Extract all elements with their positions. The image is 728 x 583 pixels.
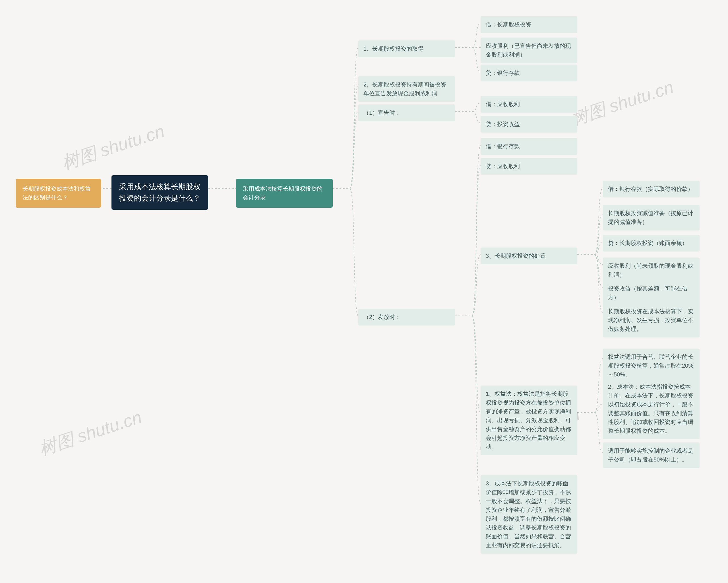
node-left-question[interactable]: 长期股权投资成本法和权益法的区别是什么？ (16, 179, 101, 208)
node-text: 长期股权投资减值准备（按原已计提的减值准备） (608, 209, 695, 227)
node-root[interactable]: 采用成本法核算长期股权投资的会计分录是什么？ (111, 175, 208, 210)
node-n6b[interactable]: 2、成本法：成本法指投资按成本计价。在成本法下，长期股权投资以初始投资成本进行计… (603, 378, 700, 439)
node-text: 借：银行存款（实际取得的价款） (608, 185, 695, 194)
node-text: 应收股利（已宣告但尚未发放的现金股利或利润） (486, 42, 572, 59)
node-text: （1）宣告时： (363, 108, 450, 117)
node-text: 权益法适用于合营、联营企业的长期股权投资核算，通常占股在20%～50%。 (608, 353, 695, 379)
node-text: 采用成本法核算长期股权投资的会计分录是什么？ (118, 181, 201, 204)
node-text: 贷：长期股权投资（账面余额） (608, 239, 695, 248)
node-n2[interactable]: 2、长期股权投资持有期间被投资单位宣告发放现金股利或利润 (358, 76, 455, 102)
watermark: 树图 shutu.cn (58, 119, 167, 175)
node-text: 1、权益法：权益法是指将长期股权投资视为投资方在被投资单位拥有的净资产量，被投资… (486, 389, 572, 451)
node-text: 贷：应收股利 (486, 162, 572, 171)
node-text: 采用成本法核算长期股权投资的会计分录 (243, 184, 326, 202)
node-n4a[interactable]: 借：银行存款 (480, 138, 577, 155)
node-n3a[interactable]: 借：应收股利 (480, 96, 577, 113)
node-n1a[interactable]: 借：长期股权投资 (480, 16, 577, 33)
node-n7[interactable]: 3、成本法下长期股权投资的账面价值除非增加或减少了投资，不然一般不会调整。权益法… (480, 475, 577, 554)
watermark: 树图 shutu.cn (568, 75, 677, 131)
node-text: 应收股利（尚未领取的现金股利或利润） (608, 261, 695, 279)
node-n5c[interactable]: 贷：长期股权投资（账面余额） (603, 235, 700, 252)
node-text: 1、长期股权投资的取得 (363, 44, 450, 53)
watermark: 树图 shutu.cn (36, 405, 145, 461)
node-n6[interactable]: 1、权益法：权益法是指将长期股权投资视为投资方在被投资单位拥有的净资产量，被投资… (480, 385, 577, 455)
node-n5[interactable]: 3、长期股权投资的处置 (480, 248, 577, 264)
node-text: 适用于能够实施控制的企业或者是子公司（即占股在50%以上）。 (608, 447, 695, 464)
node-text: 3、成本法下长期股权投资的账面价值除非增加或减少了投资，不然一般不会调整。权益法… (486, 479, 572, 550)
node-text: 长期股权投资在成本法核算下，实现净利润、发生亏损，投资单位不做账务处理。 (608, 307, 695, 333)
node-text: （2）发放时： (363, 313, 450, 322)
node-right-title[interactable]: 采用成本法核算长期股权投资的会计分录 (236, 179, 333, 208)
node-n5e[interactable]: 投资收益（按其差额，可能在借方） (603, 280, 700, 306)
node-n3b[interactable]: 贷：投资收益 (480, 116, 577, 133)
node-text: 借：银行存款 (486, 142, 572, 151)
node-n5f[interactable]: 长期股权投资在成本法核算下，实现净利润、发生亏损，投资单位不做账务处理。 (603, 303, 700, 337)
node-text: 借：应收股利 (486, 100, 572, 109)
node-text: 2、成本法：成本法指投资按成本计价。在成本法下，长期股权投资以初始投资成本进行计… (608, 382, 695, 435)
node-n6a[interactable]: 权益法适用于合营、联营企业的长期股权投资核算，通常占股在20%～50%。 (603, 349, 700, 383)
node-n1b[interactable]: 应收股利（已宣告但尚未发放的现金股利或利润） (480, 37, 577, 63)
node-n5b[interactable]: 长期股权投资减值准备（按原已计提的减值准备） (603, 205, 700, 230)
node-text: 贷：银行存款 (486, 69, 572, 77)
node-n4b[interactable]: 贷：应收股利 (480, 158, 577, 175)
node-n5a[interactable]: 借：银行存款（实际取得的价款） (603, 181, 700, 198)
node-n1[interactable]: 1、长期股权投资的取得 (358, 41, 455, 57)
node-text: 借：长期股权投资 (486, 20, 572, 29)
node-n3[interactable]: （1）宣告时： (358, 104, 455, 121)
node-text: 投资收益（按其差额，可能在借方） (608, 284, 695, 302)
node-n4[interactable]: （2）发放时： (358, 309, 455, 326)
node-text: 3、长期股权投资的处置 (486, 252, 572, 260)
node-n1c[interactable]: 贷：银行存款 (480, 65, 577, 81)
node-n5d[interactable]: 应收股利（尚未领取的现金股利或利润） (603, 257, 700, 283)
node-text: 2、长期股权投资持有期间被投资单位宣告发放现金股利或利润 (363, 80, 450, 98)
node-text: 贷：投资收益 (486, 120, 572, 129)
node-n6c[interactable]: 适用于能够实施控制的企业或者是子公司（即占股在50%以上）。 (603, 442, 700, 468)
node-text: 长期股权投资成本法和权益法的区别是什么？ (23, 184, 94, 202)
